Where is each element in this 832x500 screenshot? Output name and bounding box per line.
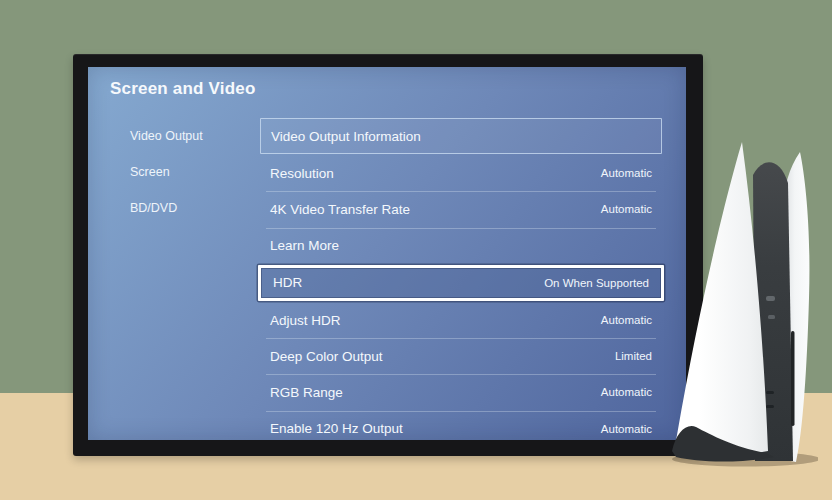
row-value: Automatic xyxy=(601,167,652,179)
row-label: HDR xyxy=(273,275,302,290)
row-value: Automatic xyxy=(601,314,652,326)
row-value: Automatic xyxy=(601,203,652,215)
tv-frame: Screen and Video Video Output Screen BD/… xyxy=(73,54,703,456)
sidebar-item-label: Screen xyxy=(130,165,170,179)
menu-row-video-output-information[interactable]: Video Output Information xyxy=(260,118,662,154)
tv-screen: Screen and Video Video Output Screen BD/… xyxy=(88,67,686,440)
sidebar-item-label: Video Output xyxy=(130,129,203,143)
row-label: Learn More xyxy=(270,238,339,253)
menu-row-4k-video-transfer-rate[interactable]: 4K Video Transfer Rate Automatic xyxy=(266,191,656,227)
menu-row-deep-color-output[interactable]: Deep Color Output Limited xyxy=(266,338,656,374)
page-title: Screen and Video xyxy=(110,79,256,99)
row-label: Adjust HDR xyxy=(270,313,341,328)
row-value: Automatic xyxy=(601,423,652,435)
menu-row-learn-more[interactable]: Learn More xyxy=(266,228,656,264)
console-power-button xyxy=(766,296,775,301)
row-label: 4K Video Transfer Rate xyxy=(270,202,410,217)
row-label: Deep Color Output xyxy=(270,349,383,364)
console-eject-button xyxy=(768,315,775,319)
sidebar-item-video-output[interactable]: Video Output xyxy=(130,118,260,154)
sidebar-item-screen[interactable]: Screen xyxy=(130,154,260,190)
row-label: Enable 120 Hz Output xyxy=(270,421,403,436)
console-vent-mark xyxy=(766,391,774,394)
menu-row-rgb-range[interactable]: RGB Range Automatic xyxy=(266,374,656,410)
row-value: On When Supported xyxy=(544,277,649,289)
console-vent-mark xyxy=(766,405,774,408)
row-label: Resolution xyxy=(270,166,334,181)
sidebar-item-label: BD/DVD xyxy=(130,201,177,215)
row-value: Automatic xyxy=(601,386,652,398)
settings-sidebar: Video Output Screen BD/DVD xyxy=(130,118,260,226)
settings-menu: Video Output Information Resolution Auto… xyxy=(266,117,656,440)
scene: Screen and Video Video Output Screen BD/… xyxy=(0,0,832,500)
playstation-5-console xyxy=(666,133,818,478)
row-label: RGB Range xyxy=(270,385,343,400)
menu-row-adjust-hdr[interactable]: Adjust HDR Automatic xyxy=(266,302,656,338)
row-label: Video Output Information xyxy=(271,129,421,144)
menu-row-resolution[interactable]: Resolution Automatic xyxy=(266,155,656,191)
menu-row-hdr[interactable]: HDR On When Supported xyxy=(258,265,664,301)
menu-row-enable-120hz-output[interactable]: Enable 120 Hz Output Automatic xyxy=(266,411,656,441)
console-disc-slot xyxy=(791,331,795,426)
sidebar-item-bd-dvd[interactable]: BD/DVD xyxy=(130,190,260,226)
row-value: Limited xyxy=(615,350,652,362)
